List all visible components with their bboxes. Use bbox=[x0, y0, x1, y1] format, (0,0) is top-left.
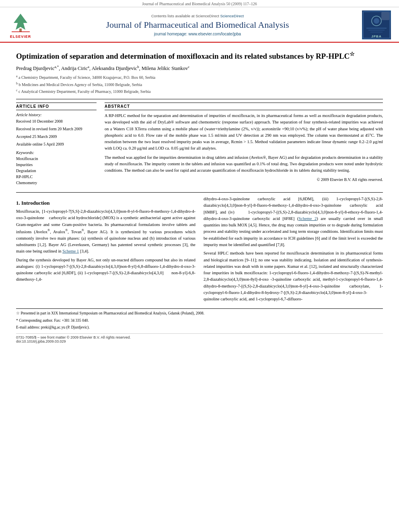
body-left-p2: During the synthesis developed by Bayer … bbox=[16, 257, 195, 283]
footnote-star: ☆ Presented in part in XIX International… bbox=[16, 310, 383, 316]
header-center: Contents lists available at ScienceDirec… bbox=[35, 14, 360, 36]
elsevier-label: ELSEVIER bbox=[10, 35, 31, 39]
received-date: Received 10 December 2008 bbox=[16, 118, 97, 124]
article-info-col: ARTICLE INFO Article history: Received 1… bbox=[16, 103, 97, 189]
svg-text:JPBA: JPBA bbox=[371, 35, 381, 38]
abstract-p1: A RP-HPLC method for the separation and … bbox=[105, 113, 383, 174]
footer-issn: 0731-7085/$ – see front matter © 2009 El… bbox=[16, 335, 383, 339]
affiliations: a a Chemistry Department, Faculty of Sci… bbox=[16, 74, 383, 95]
article-info-header: ARTICLE INFO bbox=[16, 103, 97, 110]
received-revised-date: Received in revised form 20 March 2009 bbox=[16, 126, 97, 132]
topbar-text: Journal of Pharmaceutical and Biomedical… bbox=[142, 2, 257, 6]
journal-homepage: journal homepage: www.elsevier.com/locat… bbox=[39, 32, 356, 36]
contents-line: Contents lists available at ScienceDirec… bbox=[39, 14, 356, 18]
available-date: Available online 5 April 2009 bbox=[16, 141, 97, 147]
svg-rect-2 bbox=[19, 29, 22, 32]
page-wrapper: Journal of Pharmaceutical and Biomedical… bbox=[0, 0, 399, 532]
keyword-4: RP-HPLC bbox=[16, 174, 97, 180]
footer-doi: doi:10.1016/j.jpba.2009.03.029 bbox=[16, 339, 383, 343]
body-right-p1: dihydro-4-oxo-3-quinolone carboxylic aci… bbox=[204, 196, 383, 248]
intro-title: 1. Introduction bbox=[16, 200, 195, 206]
journal-logo-right: JPBA bbox=[360, 10, 393, 39]
elsevier-logo: ELSEVIER bbox=[6, 12, 35, 39]
body-left-col: 1. Introduction Moxifloxacin, [1-cyclopr… bbox=[16, 196, 195, 304]
jpba-logo: JPBA bbox=[362, 10, 391, 39]
body-content: 1. Introduction Moxifloxacin, [1-cyclopr… bbox=[16, 196, 383, 304]
body-right-col: dihydro-4-oxo-3-quinolone carboxylic aci… bbox=[204, 196, 383, 304]
article-info-section: ARTICLE INFO Article history: Received 1… bbox=[16, 103, 97, 186]
abstract-col: ABSTRACT A RP-HPLC method for the separa… bbox=[105, 103, 383, 189]
patented-word: patented bbox=[118, 242, 133, 247]
affiliation-a: a a Chemistry Department, Faculty of Sci… bbox=[16, 74, 383, 81]
footnote-corresponding: * Corresponding author. Fax: +381 34 335… bbox=[16, 318, 383, 323]
article-title: Optimization of separation and determina… bbox=[16, 51, 383, 62]
main-content: Optimization of separation and determina… bbox=[0, 43, 399, 347]
journal-topbar: Journal of Pharmaceutical and Biomedical… bbox=[0, 0, 399, 7]
svg-rect-10 bbox=[370, 32, 383, 33]
journal-title: Journal of Pharmaceutical and Biomedical… bbox=[39, 20, 356, 30]
title-star: ☆ bbox=[350, 51, 355, 57]
accepted-date: Accepted 25 March 2009 bbox=[16, 134, 97, 140]
divider2 bbox=[16, 192, 383, 193]
footnote-email: E-mail address: preki@kg.ac.yu (P. Djurd… bbox=[16, 325, 383, 330]
svg-rect-9 bbox=[368, 30, 385, 31]
divider bbox=[16, 99, 383, 99]
footnote-section: ☆ Presented in part in XIX International… bbox=[16, 308, 383, 330]
keyword-3: Degradation bbox=[16, 168, 97, 174]
journal-header: ELSEVIER Contents lists available at Sci… bbox=[0, 7, 399, 43]
keyword-1: Moxifloxacin bbox=[16, 156, 97, 162]
copyright-line: © 2009 Elsevier B.V. All rights reserved… bbox=[105, 177, 383, 182]
history-label: Article history: bbox=[16, 113, 97, 117]
svg-rect-8 bbox=[366, 28, 387, 29]
abstract-header: ABSTRACT bbox=[105, 103, 383, 110]
keyword-2: Impurities bbox=[16, 162, 97, 168]
footer-bar: 0731-7085/$ – see front matter © 2009 El… bbox=[16, 333, 383, 343]
keywords-label: Keywords: bbox=[16, 150, 97, 155]
keyword-5: Chemometry bbox=[16, 180, 97, 186]
elsevier-tree-icon bbox=[10, 12, 32, 34]
authors-line: Predrag Djurdjevica,*, Andrija Cirica, A… bbox=[16, 65, 383, 72]
svg-point-7 bbox=[374, 18, 379, 24]
article-info-abstract: ARTICLE INFO Article history: Received 1… bbox=[16, 103, 383, 189]
affiliation-c: c c Analytical Chemistry Department, Fac… bbox=[16, 88, 383, 95]
affiliation-b: b b Medicines and Medical Devices Agency… bbox=[16, 81, 383, 88]
homepage-url: www.elsevier.com/locate/jpba bbox=[189, 32, 241, 36]
body-right-p2: Several HPLC methods have been reported … bbox=[204, 250, 383, 302]
body-left-p1: Moxifloxacin, [1-cyclopropyl-7[S,S]-2,8-… bbox=[16, 208, 195, 255]
